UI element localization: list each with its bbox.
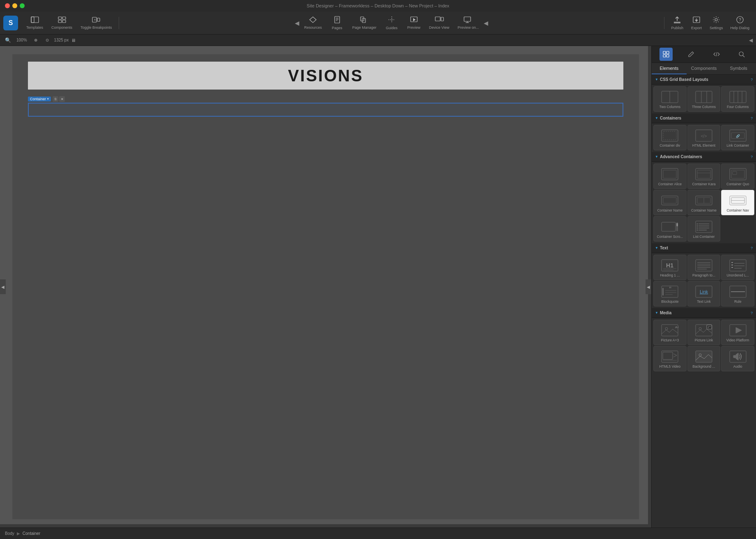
element-picture-link[interactable]: Picture Link <box>687 320 721 345</box>
svg-rect-125 <box>696 351 712 362</box>
container-action-delete[interactable]: ✕ <box>59 96 65 102</box>
element-container-div[interactable]: Container div <box>653 125 687 150</box>
collapse-right-handle[interactable]: ◀ <box>646 279 651 294</box>
element-container-nav[interactable]: Container Nav <box>721 190 754 215</box>
element-picture[interactable]: A+3 Picture A+3 <box>653 320 687 345</box>
element-audio[interactable]: Audio <box>721 346 754 371</box>
close-button[interactable] <box>5 3 10 8</box>
traffic-lights <box>5 3 25 8</box>
settings-button[interactable]: Settings <box>706 14 726 32</box>
search-icon-tab[interactable] <box>735 48 748 61</box>
section-containers[interactable]: ▼ Containers ? <box>652 113 756 123</box>
element-blockquote[interactable]: " Blockquote <box>653 281 687 306</box>
element-link-container[interactable]: 🔗 Link Container <box>721 125 754 150</box>
preview-button[interactable]: Preview <box>404 14 424 32</box>
maximize-button[interactable] <box>20 3 25 8</box>
section-text[interactable]: ▼ Text ? <box>652 243 756 253</box>
code-icon-tab[interactable] <box>710 48 723 61</box>
collapse-right-arrow[interactable]: ◀ <box>484 20 488 26</box>
publish-label: Publish <box>671 26 683 30</box>
zoom-reset-button[interactable]: ⊙ <box>43 36 52 45</box>
breadcrumb-body[interactable]: Body <box>5 531 14 536</box>
element-container-name1[interactable]: Container Name <box>653 190 687 215</box>
svg-rect-20 <box>435 17 440 21</box>
tab-symbols[interactable]: Symbols <box>721 63 756 74</box>
container-action-copy[interactable]: ⎘ <box>53 96 58 102</box>
container-scro-icon <box>661 220 679 234</box>
scrollbar-horizontal[interactable] <box>0 524 648 527</box>
container-name1-label: Container Name <box>657 208 682 212</box>
element-container-scro[interactable]: Container Scro... <box>653 216 687 242</box>
help-dialog-button[interactable]: ? Help Dialog <box>727 14 753 32</box>
pages-button[interactable]: Pages <box>327 14 347 32</box>
device-icon: 🖥 <box>71 38 76 43</box>
container-tag[interactable]: Container ▾ <box>28 97 51 101</box>
device-view-button[interactable]: Device View <box>426 14 453 32</box>
container-label-bar: Container ▾ ⎘ ✕ <box>28 96 65 102</box>
publish-icon <box>673 16 681 25</box>
collapse-left-arrow[interactable]: ◀ <box>295 20 299 26</box>
picture-icon: A+3 <box>661 323 679 337</box>
section-advanced-containers[interactable]: ▼ Advanced Containers ? <box>652 152 756 162</box>
page-manager-button[interactable]: Page Manager <box>349 14 380 32</box>
element-container-kara[interactable]: Container Kara <box>687 164 721 189</box>
svg-line-37 <box>716 52 717 56</box>
tab-elements[interactable]: Elements <box>652 63 687 74</box>
toggle-breakpoints-button[interactable]: Toggle Breakpoints <box>77 14 115 32</box>
section-css-grid[interactable]: ▼ CSS Grid Based Layouts ? <box>652 75 756 85</box>
svg-rect-2 <box>58 17 62 19</box>
tab-components[interactable]: Components <box>687 63 722 74</box>
components-button[interactable]: Components <box>48 14 76 32</box>
zoom-in-button[interactable]: ⊕ <box>31 36 40 45</box>
element-list-container[interactable]: List Container <box>687 216 721 242</box>
collapse-left-handle[interactable]: ◀ <box>0 279 6 294</box>
publish-button[interactable]: Publish <box>668 14 687 32</box>
canvas-area[interactable]: ◀ ◀ VISIONS Container ▾ ⎘ ✕ <box>0 46 651 527</box>
preview-on-icon <box>464 16 473 25</box>
app-logo[interactable]: S <box>3 16 18 30</box>
element-video-platform[interactable]: Video Platform <box>721 320 754 345</box>
section-count-containers: ? <box>751 116 753 120</box>
minimize-button[interactable] <box>12 3 17 8</box>
elements-icon-tab[interactable] <box>659 48 673 61</box>
text-link-icon: Link <box>695 285 713 299</box>
collapse-right-panel[interactable]: ◀ <box>749 37 753 43</box>
element-container-name2[interactable]: Container Name <box>687 190 721 215</box>
link-container-icon: 🔗 <box>729 129 747 143</box>
breadcrumb-container[interactable]: Container <box>23 531 40 536</box>
device-view-icon <box>435 16 444 25</box>
element-unordered-list[interactable]: Unordered L... <box>721 255 754 280</box>
element-heading-1[interactable]: H1 Heading 1 ... <box>653 255 687 280</box>
element-two-columns[interactable]: Two Columns <box>653 86 687 112</box>
resources-button[interactable]: Resources <box>301 14 325 32</box>
element-container-alice[interactable]: Container Alice <box>653 164 687 189</box>
element-three-columns[interactable]: Three Columns <box>687 86 721 112</box>
preview-on-button[interactable]: Preview on... <box>454 14 482 32</box>
svg-rect-50 <box>663 131 676 140</box>
guides-button[interactable]: Guides <box>381 14 402 32</box>
element-text-link[interactable]: Link Text Link <box>687 281 721 306</box>
element-html5-video[interactable]: HTML5 Video <box>653 346 687 371</box>
paragraph-label: Paragraph to... <box>692 273 715 277</box>
svg-rect-63 <box>733 171 737 175</box>
element-container-quo[interactable]: Container Quo <box>721 164 754 189</box>
container-kara-icon <box>695 167 713 181</box>
element-four-columns[interactable]: Four Columns <box>721 86 754 112</box>
element-rule[interactable]: Rule <box>721 281 754 306</box>
list-container-icon <box>695 220 713 234</box>
edit-icon-tab[interactable] <box>685 48 698 61</box>
section-media[interactable]: ▼ Media ? <box>652 308 756 318</box>
heading-1-icon: H1 <box>661 258 679 272</box>
right-toolbar: Publish Export Settings <box>668 14 753 32</box>
element-paragraph[interactable]: Paragraph to... <box>687 255 721 280</box>
element-background[interactable]: Background ... <box>687 346 721 371</box>
resources-icon <box>309 16 317 25</box>
settings-icon <box>712 16 720 25</box>
zoom-out-button[interactable]: 🔍 <box>3 36 12 45</box>
templates-button[interactable]: Templates <box>23 14 46 32</box>
empty-container[interactable] <box>28 103 623 117</box>
container-dropdown-arrow[interactable]: ▾ <box>47 97 49 101</box>
element-html-element[interactable]: </> HTML Element <box>687 125 721 150</box>
container-nav-label: Container Nav <box>726 208 749 212</box>
export-button[interactable]: Export <box>687 14 705 32</box>
